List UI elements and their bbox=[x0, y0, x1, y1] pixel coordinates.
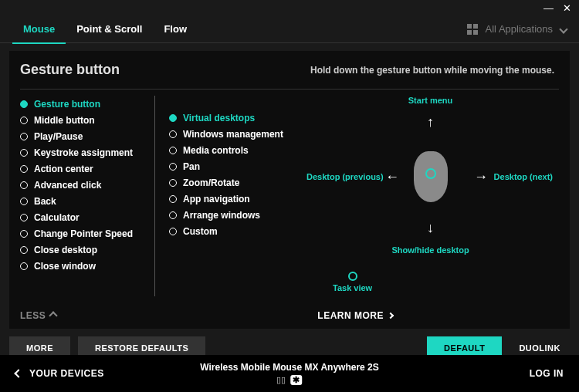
circle-icon bbox=[348, 272, 357, 281]
opt-calculator[interactable]: Calculator bbox=[20, 209, 154, 225]
arrow-right-icon: → bbox=[474, 169, 488, 185]
learn-more-link[interactable]: LEARN MORE bbox=[317, 310, 393, 321]
opt-close-window[interactable]: Close window bbox=[20, 258, 154, 274]
action-list-secondary: Virtual desktops Windows management Medi… bbox=[155, 96, 302, 296]
arrow-down-icon: ↓ bbox=[427, 220, 434, 236]
arrow-left-icon: ← bbox=[385, 169, 399, 185]
opt-change-pointer-speed[interactable]: Change Pointer Speed bbox=[20, 225, 154, 242]
all-applications-label: All Applications bbox=[486, 23, 553, 35]
tab-flow[interactable]: Flow bbox=[153, 15, 198, 43]
minimize-button[interactable]: — bbox=[543, 2, 554, 14]
gesture-left-label[interactable]: Desktop (previous) bbox=[306, 172, 384, 181]
arrow-up-icon: ↑ bbox=[427, 114, 434, 130]
chevron-down-icon bbox=[559, 25, 567, 33]
opt-zoom-rotate[interactable]: Zoom/Rotate bbox=[169, 174, 302, 191]
chevron-right-icon bbox=[388, 313, 394, 319]
radio-icon bbox=[169, 228, 177, 235]
radio-icon bbox=[20, 246, 28, 254]
radio-icon bbox=[20, 230, 28, 238]
divider bbox=[20, 89, 559, 90]
opt-close-desktop[interactable]: Close desktop bbox=[20, 242, 154, 258]
opt-gesture-button[interactable]: Gesture button bbox=[20, 96, 154, 112]
app-grid-icon bbox=[467, 24, 478, 35]
gesture-up-label[interactable]: Start menu bbox=[408, 96, 452, 105]
close-button[interactable]: ✕ bbox=[563, 2, 571, 14]
opt-middle-button[interactable]: Middle button bbox=[20, 112, 154, 128]
radio-icon bbox=[169, 130, 177, 138]
radio-icon bbox=[20, 117, 28, 124]
opt-keystroke-assignment[interactable]: Keystroke assignment bbox=[20, 144, 154, 161]
all-applications-dropdown[interactable]: All Applications bbox=[467, 23, 567, 35]
your-devices-button[interactable]: YOUR DEVICES bbox=[15, 368, 104, 379]
radio-icon bbox=[20, 214, 28, 221]
battery-icon: ▯▯ bbox=[276, 375, 286, 385]
radio-icon bbox=[169, 163, 177, 171]
opt-play-pause[interactable]: Play/Pause bbox=[20, 128, 154, 144]
gesture-right-label[interactable]: Desktop (next) bbox=[494, 172, 553, 181]
less-toggle[interactable]: LESS bbox=[20, 310, 56, 321]
tab-point-scroll[interactable]: Point & Scroll bbox=[66, 15, 153, 43]
radio-icon bbox=[20, 100, 28, 108]
fade-overlay bbox=[20, 281, 147, 296]
panel-hint: Hold down the gesture button while movin… bbox=[310, 65, 554, 76]
opt-action-center[interactable]: Action center bbox=[20, 161, 154, 177]
opt-pan[interactable]: Pan bbox=[169, 158, 302, 174]
tab-mouse[interactable]: Mouse bbox=[12, 15, 66, 43]
opt-back[interactable]: Back bbox=[20, 193, 154, 209]
chevron-up-icon bbox=[49, 311, 58, 319]
gesture-button-dot bbox=[425, 168, 436, 179]
radio-icon bbox=[20, 262, 28, 270]
device-info: Wireless Mobile Mouse MX Anywhere 2S ▯▯ … bbox=[200, 362, 379, 385]
mouse-icon bbox=[414, 151, 448, 202]
opt-custom[interactable]: Custom bbox=[169, 223, 302, 239]
device-name: Wireless Mobile Mouse MX Anywhere 2S bbox=[200, 362, 379, 373]
opt-media-controls[interactable]: Media controls bbox=[169, 142, 302, 158]
radio-icon bbox=[20, 133, 28, 140]
radio-icon bbox=[20, 198, 28, 205]
radio-icon bbox=[20, 165, 28, 173]
opt-advanced-click[interactable]: Advanced click bbox=[20, 177, 154, 193]
opt-arrange-windows[interactable]: Arrange windows bbox=[169, 207, 302, 223]
opt-windows-management[interactable]: Windows management bbox=[169, 126, 302, 142]
radio-icon bbox=[169, 179, 177, 187]
chevron-left-icon bbox=[14, 369, 22, 377]
radio-icon bbox=[20, 181, 28, 189]
radio-icon bbox=[169, 195, 177, 203]
radio-icon bbox=[169, 114, 177, 122]
unifying-icon: ✱ bbox=[290, 375, 302, 385]
radio-icon bbox=[20, 149, 28, 157]
login-button[interactable]: LOG IN bbox=[530, 368, 564, 379]
radio-icon bbox=[169, 147, 177, 154]
action-list-primary: Gesture button Middle button Play/Pause … bbox=[20, 96, 155, 296]
opt-virtual-desktops[interactable]: Virtual desktops bbox=[169, 110, 302, 126]
opt-app-navigation[interactable]: App navigation bbox=[169, 191, 302, 207]
gesture-click-label[interactable]: Task view bbox=[333, 272, 372, 292]
gesture-map: Start menu ↑ Desktop (next) → Desktop (p… bbox=[302, 96, 559, 296]
radio-icon bbox=[169, 211, 177, 219]
gesture-down-label[interactable]: Show/hide desktop bbox=[391, 245, 469, 255]
